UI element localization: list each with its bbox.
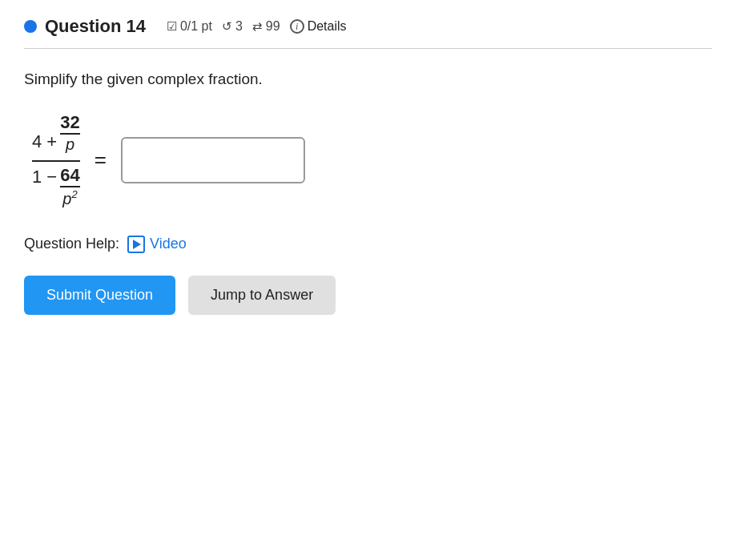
retry-icon: ↺ [222,19,232,34]
help-label: Question Help: [24,236,119,252]
details-link[interactable]: i Details [290,19,347,34]
numerator-frac-line [60,133,79,135]
denominator-frac-top: 64 [60,167,79,184]
question-help: Question Help: Video [24,236,712,253]
retry-count: 3 [235,19,243,34]
numerator-small-fraction: 32 p [60,114,79,152]
numerator-integer: 4 + [32,131,57,152]
fraction-denominator-outer: 1 − 64 p2 [32,167,80,207]
video-label: Video [150,236,187,252]
attempts-count: 99 [266,19,280,34]
question-meta: ☑ 0/1 pt ↺ 3 ⇄ 99 i Details [167,19,347,34]
question-container: Question 14 ☑ 0/1 pt ↺ 3 ⇄ 99 i Details … [0,0,736,339]
math-area: 4 + 32 p 1 − 64 p2 = [32,114,712,207]
denominator-frac-line [60,186,79,187]
fraction-numerator-outer: 4 + 32 p [32,114,80,152]
score-value: 0/1 pt [180,19,212,34]
jump-to-answer-button[interactable]: Jump to Answer [188,276,336,315]
info-icon: i [290,19,304,34]
numerator-frac-bottom: p [66,136,74,152]
question-header: Question 14 ☑ 0/1 pt ↺ 3 ⇄ 99 i Details [24,16,712,49]
refresh-icon: ⇄ [252,19,263,34]
video-link[interactable]: Video [127,236,187,253]
buttons-row: Submit Question Jump to Answer [24,276,712,315]
question-dot [24,20,37,33]
numerator-frac-top: 32 [60,114,79,131]
score-item: ☑ 0/1 pt [167,19,212,34]
answer-input[interactable] [121,137,305,183]
play-icon [127,236,145,253]
denominator-integer: 1 − [32,167,57,187]
retry-item: ↺ 3 [222,19,243,34]
question-instruction: Simplify the given complex fraction. [24,68,712,91]
denominator-frac-bottom: p2 [62,189,77,207]
details-label: Details [308,19,347,34]
denominator-small-fraction: 64 p2 [60,167,79,207]
submit-button[interactable]: Submit Question [24,276,175,315]
main-fraction-line [32,160,80,163]
complex-fraction: 4 + 32 p 1 − 64 p2 [32,114,80,207]
play-triangle [133,240,141,249]
score-check-icon: ☑ [167,19,177,34]
question-title-row: Question 14 [24,16,146,37]
attempts-item: ⇄ 99 [252,19,280,34]
question-title: Question 14 [45,16,146,37]
equals-sign: = [95,147,107,172]
